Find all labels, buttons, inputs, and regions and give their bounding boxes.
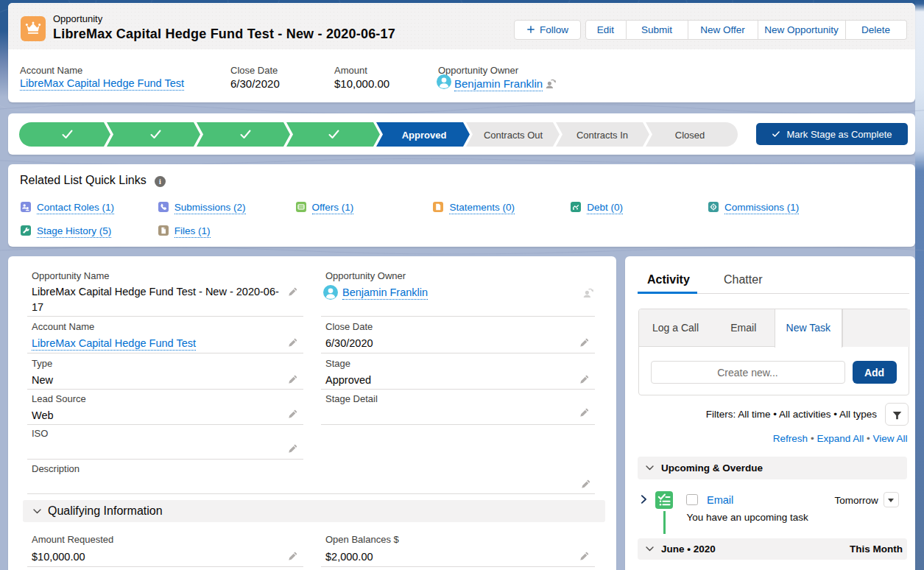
svg-text:Contracts Out: Contracts Out xyxy=(484,130,543,141)
svg-text:Approved: Approved xyxy=(402,130,447,141)
svg-text:Contracts In: Contracts In xyxy=(576,130,628,141)
svg-text:Closed: Closed xyxy=(675,130,705,141)
